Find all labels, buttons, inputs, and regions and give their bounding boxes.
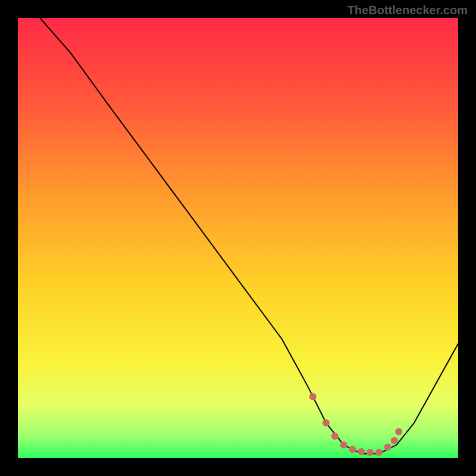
marker-dot (384, 444, 392, 451)
watermark-text: TheBottlenecker.com (347, 4, 468, 17)
marker-dot (375, 449, 383, 456)
marker-dot (322, 419, 330, 427)
marker-dot (309, 393, 317, 400)
chart-plot-area (18, 18, 458, 458)
marker-dot (391, 437, 398, 444)
marker-dot (367, 449, 374, 456)
marker-dot (340, 441, 347, 449)
marker-dot (395, 428, 402, 436)
marker-dot (331, 433, 339, 440)
chart-svg (18, 18, 458, 458)
marker-dot (349, 446, 356, 453)
chart-background (18, 18, 458, 458)
marker-dot (358, 448, 365, 455)
